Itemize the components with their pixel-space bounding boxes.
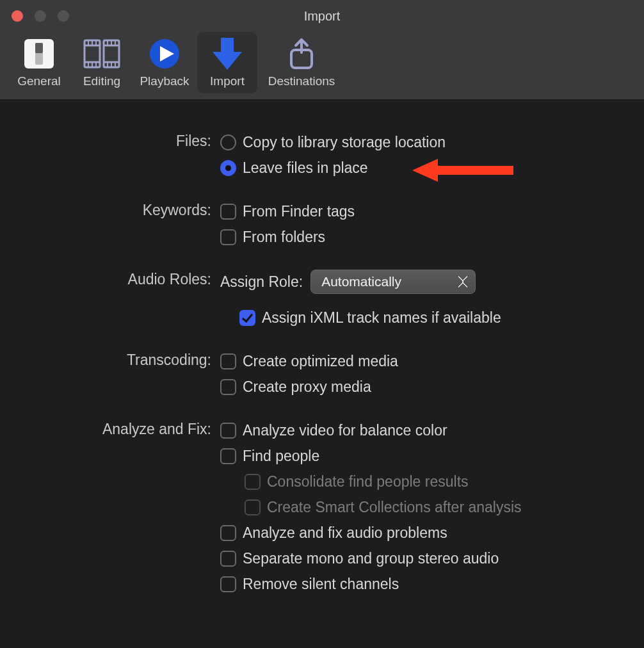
titlebar: Import General (0, 0, 644, 99)
section-keywords: Keywords: From Finder tags From folders (0, 200, 644, 248)
tab-playback[interactable]: Playback (134, 32, 195, 93)
checkbox-icon (239, 310, 255, 326)
prefs-toolbar: General (9, 32, 343, 93)
radio-label: Leave files in place (243, 159, 368, 177)
checkbox-icon (220, 576, 236, 592)
checkbox-create-optimized[interactable]: Create optimized media (220, 350, 644, 372)
checkbox-assign-ixml[interactable]: Assign iXML track names if available (239, 307, 644, 328)
checkbox-icon (220, 423, 236, 439)
svg-marker-26 (412, 159, 438, 182)
checkbox-consolidate-find-people: Consolidate find people results (245, 471, 644, 492)
tab-label: Playback (140, 74, 189, 88)
section-label: Analyze and Fix: (0, 419, 220, 438)
tab-label: Import (210, 74, 245, 88)
checkbox-from-finder-tags[interactable]: From Finder tags (220, 200, 644, 222)
import-icon (208, 36, 246, 72)
checkbox-label: From Finder tags (243, 203, 355, 220)
checkbox-label: Separate mono and group stereo audio (243, 550, 499, 567)
checkbox-create-smart-collections: Create Smart Collections after analysis (245, 496, 644, 518)
assign-role-select[interactable]: Automatically (310, 270, 476, 294)
checkbox-label: Consolidate find people results (267, 473, 469, 490)
assign-role-row: Assign Role: Automatically (220, 270, 644, 294)
preferences-window: Import General (0, 0, 644, 648)
destinations-icon (282, 36, 321, 72)
checkbox-label: Find people (243, 448, 319, 465)
checkbox-icon (220, 551, 236, 567)
radio-icon (220, 160, 236, 176)
checkbox-icon (220, 448, 236, 464)
section-transcoding: Transcoding: Create optimized media Crea… (0, 350, 644, 398)
checkbox-analyze-fix-audio[interactable]: Analyze and fix audio problems (220, 522, 644, 544)
checkbox-analyze-balance-color[interactable]: Analyze video for balance color (220, 419, 644, 441)
section-audio-roles: Audio Roles: Assign Role: Automatically … (0, 270, 644, 328)
preferences-content: Files: Copy to library storage location … (0, 99, 644, 595)
section-files: Files: Copy to library storage location … (0, 131, 644, 179)
checkbox-label: Analyze and fix audio problems (243, 524, 447, 542)
checkbox-icon (220, 379, 236, 395)
section-label: Transcoding: (0, 350, 220, 369)
radio-label: Copy to library storage location (243, 134, 446, 151)
checkbox-create-proxy[interactable]: Create proxy media (220, 376, 644, 398)
assign-role-text: Assign Role: (220, 273, 303, 291)
tab-label: Destinations (268, 74, 335, 88)
checkbox-separate-mono[interactable]: Separate mono and group stereo audio (220, 547, 644, 569)
checkbox-remove-silent[interactable]: Remove silent channels (220, 573, 644, 595)
playback-icon (145, 36, 184, 72)
general-icon (20, 36, 58, 72)
checkbox-label: Assign iXML track names if available (262, 309, 501, 327)
svg-rect-2 (35, 43, 43, 53)
tab-label: General (17, 74, 61, 88)
select-value: Automatically (321, 274, 401, 289)
tab-editing[interactable]: Editing (72, 32, 132, 93)
editing-icon (83, 36, 121, 72)
checkbox-label: Create proxy media (243, 378, 371, 396)
checkbox-icon (220, 353, 236, 369)
section-label: Keywords: (0, 200, 220, 219)
checkbox-label: Create optimized media (243, 353, 398, 370)
checkbox-label: Analyze video for balance color (243, 422, 447, 439)
checkbox-icon (245, 474, 261, 490)
annotation-arrow (412, 158, 515, 183)
window-title: Import (0, 9, 644, 24)
checkbox-label: Create Smart Collections after analysis (267, 499, 522, 516)
section-label: Files: (0, 131, 220, 150)
checkbox-icon (220, 525, 236, 541)
checkbox-label: Remove silent channels (243, 576, 399, 593)
tab-label: Editing (83, 74, 120, 88)
section-analyze-fix: Analyze and Fix: Analyze video for balan… (0, 419, 644, 595)
checkbox-from-folders[interactable]: From folders (220, 226, 644, 248)
tab-general[interactable]: General (9, 32, 69, 93)
radio-icon (220, 134, 236, 150)
checkbox-icon (220, 204, 236, 220)
tab-import[interactable]: Import (197, 32, 257, 93)
checkbox-icon (245, 499, 261, 515)
tab-destinations[interactable]: Destinations (260, 32, 343, 93)
checkbox-label: From folders (243, 229, 325, 246)
checkbox-icon (220, 229, 236, 245)
section-label: Audio Roles: (0, 270, 220, 288)
radio-copy-to-library[interactable]: Copy to library storage location (220, 131, 644, 153)
checkbox-find-people[interactable]: Find people (220, 445, 644, 467)
